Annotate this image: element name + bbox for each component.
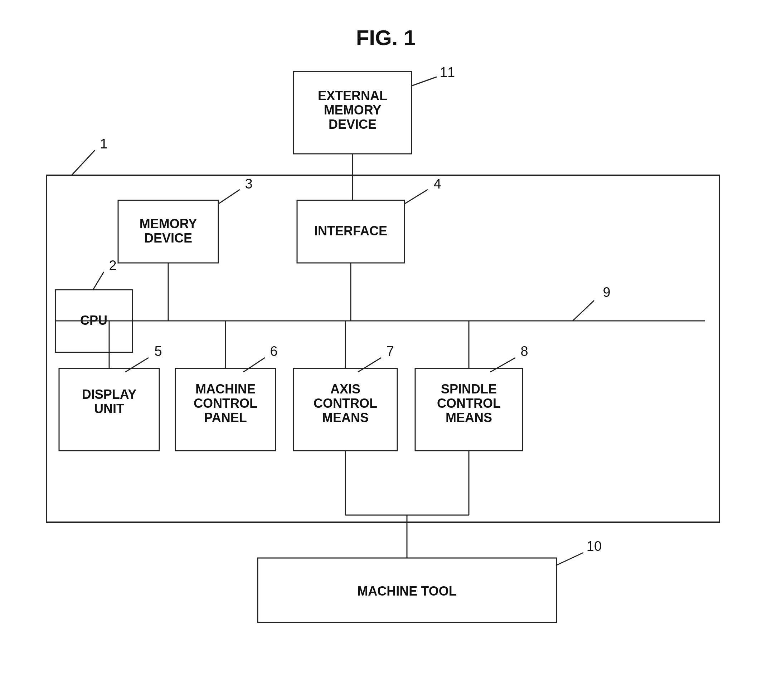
display-unit-label2: UNIT <box>94 401 124 416</box>
axis-control-means-label2: CONTROL <box>314 396 377 411</box>
machine-control-panel-label: MACHINE <box>195 382 255 397</box>
ref-2: 2 <box>109 258 116 273</box>
spindle-control-means-label3: MEANS <box>446 410 492 425</box>
spindle-control-means-label2: CONTROL <box>437 396 501 411</box>
ref-9: 9 <box>603 285 610 300</box>
ref-10: 10 <box>587 538 602 554</box>
external-memory-label: EXTERNAL <box>318 88 387 103</box>
machine-control-panel-label3: PANEL <box>204 410 247 425</box>
ref-6: 6 <box>270 344 277 359</box>
machine-control-panel-label2: CONTROL <box>194 396 257 411</box>
diagram: FIG. 1 EXTERNAL MEMORY DEVICE 11 1 MEMOR… <box>0 0 772 700</box>
svg-line-22 <box>556 553 583 565</box>
external-memory-label2: MEMORY <box>324 103 381 117</box>
svg-line-2 <box>72 150 95 175</box>
spindle-control-means-label: SPINDLE <box>441 382 497 397</box>
interface-label: INTERFACE <box>314 224 387 238</box>
svg-line-6 <box>572 300 594 321</box>
ref-7: 7 <box>386 344 394 359</box>
svg-line-4 <box>404 189 428 204</box>
figure-title: FIG. 1 <box>356 26 416 50</box>
ref-5: 5 <box>154 344 162 359</box>
ref-8: 8 <box>520 344 528 359</box>
svg-line-0 <box>412 77 437 86</box>
axis-control-means-label3: MEANS <box>322 410 369 425</box>
external-memory-label3: DEVICE <box>329 117 376 132</box>
ref-1: 1 <box>100 136 107 151</box>
axis-control-means-label: AXIS <box>330 382 360 397</box>
display-unit-label: DISPLAY <box>82 387 137 402</box>
cpu-label: CPU <box>80 313 107 328</box>
machine-tool-label: MACHINE TOOL <box>357 584 456 599</box>
ref-11: 11 <box>440 65 455 80</box>
memory-device-label2: DEVICE <box>144 231 192 245</box>
svg-line-5 <box>93 272 104 290</box>
ref-3: 3 <box>245 176 252 191</box>
ref-4: 4 <box>433 176 441 191</box>
memory-device-label: MEMORY <box>140 216 197 231</box>
svg-line-3 <box>218 189 240 204</box>
